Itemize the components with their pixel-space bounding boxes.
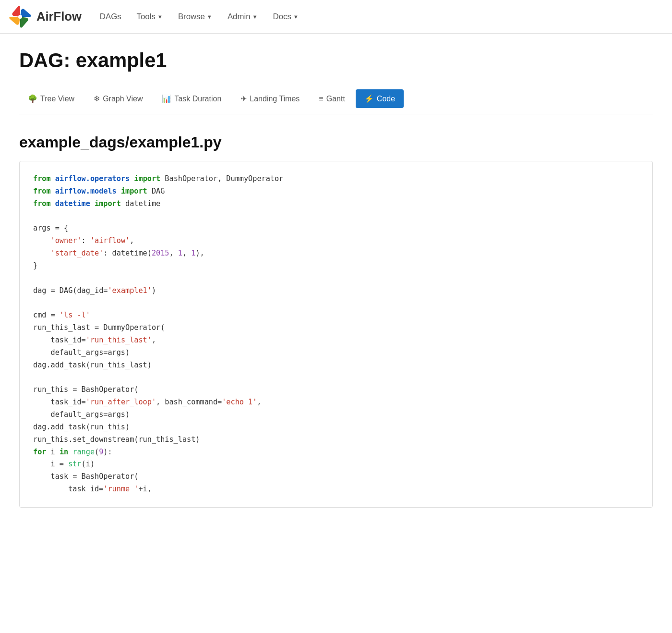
task-duration-icon: 📊 <box>162 94 171 103</box>
nav-browse[interactable]: Browse ▼ <box>171 8 219 25</box>
code-content: from airflow.operators import BashOperat… <box>33 173 639 496</box>
nav-tools[interactable]: Tools ▼ <box>130 8 169 25</box>
svg-point-0 <box>18 15 22 19</box>
nav-dags[interactable]: DAGs <box>93 8 128 25</box>
file-heading: example_dags/example1.py <box>19 134 653 151</box>
tab-code-label: Code <box>377 95 395 103</box>
nav-docs[interactable]: Docs ▼ <box>266 8 305 25</box>
gantt-icon: ≡ <box>319 95 323 103</box>
browse-caret-icon: ▼ <box>207 14 212 20</box>
tab-tree-view-label: Tree View <box>40 95 74 103</box>
docs-caret-icon: ▼ <box>293 14 299 20</box>
tab-landing-times-label: Landing Times <box>250 95 300 103</box>
tree-view-icon: 🌳 <box>28 94 37 103</box>
tab-code[interactable]: ⚡ Code <box>356 89 404 108</box>
tab-graph-view-label: Graph View <box>103 95 143 103</box>
tab-task-duration-label: Task Duration <box>174 95 221 103</box>
view-tabs: 🌳 Tree View ❄ Graph View 📊 Task Duration… <box>19 84 653 114</box>
tab-gantt[interactable]: ≡ Gantt <box>310 90 353 108</box>
graph-view-icon: ❄ <box>94 94 100 103</box>
navbar: AirFlow DAGs Tools ▼ Browse ▼ Admin ▼ Do… <box>0 0 672 34</box>
admin-caret-icon: ▼ <box>252 14 258 20</box>
landing-times-icon: ✈ <box>240 94 247 103</box>
page-content: DAG: example1 🌳 Tree View ❄ Graph View 📊… <box>0 34 672 523</box>
tab-tree-view[interactable]: 🌳 Tree View <box>19 89 83 108</box>
brand-name: AirFlow <box>36 10 82 24</box>
nav-menu: DAGs Tools ▼ Browse ▼ Admin ▼ Docs ▼ <box>93 8 305 25</box>
airflow-logo-icon <box>8 4 33 29</box>
tab-task-duration[interactable]: 📊 Task Duration <box>153 89 230 108</box>
tab-graph-view[interactable]: ❄ Graph View <box>85 89 151 108</box>
brand-logo-link[interactable]: AirFlow <box>8 4 82 29</box>
code-block: from airflow.operators import BashOperat… <box>19 161 653 508</box>
dag-title: DAG: example1 <box>19 49 653 72</box>
nav-admin[interactable]: Admin ▼ <box>221 8 264 25</box>
tab-landing-times[interactable]: ✈ Landing Times <box>232 89 308 108</box>
tab-gantt-label: Gantt <box>326 95 345 103</box>
tools-caret-icon: ▼ <box>157 14 163 20</box>
code-icon: ⚡ <box>364 94 374 103</box>
